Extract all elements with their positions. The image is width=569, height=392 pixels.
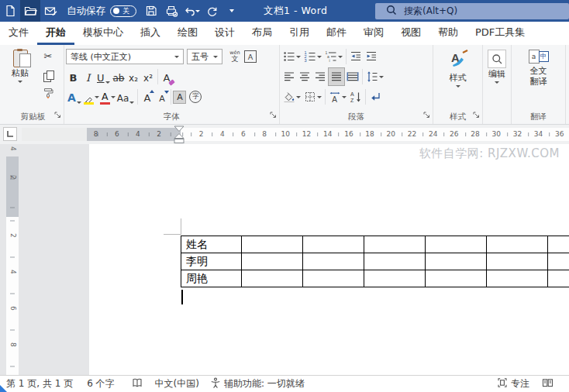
highlight-button[interactable] (83, 88, 95, 106)
tab-stop-selector[interactable] (3, 127, 17, 141)
table-cell[interactable] (303, 236, 364, 253)
copy-button[interactable] (36, 66, 60, 85)
enclose-characters-button[interactable]: 字 (189, 91, 202, 103)
table-cell[interactable] (548, 236, 569, 253)
tab[interactable]: 审阅 (355, 22, 392, 45)
focus-mode-button[interactable]: 专注 (497, 377, 529, 390)
chevron-down-icon[interactable] (77, 101, 81, 104)
table-cell[interactable] (426, 270, 487, 287)
chevron-down-icon[interactable] (296, 96, 301, 98)
chevron-down-icon[interactable] (317, 56, 322, 58)
sort-button[interactable]: AZ (348, 88, 364, 106)
save-button[interactable] (141, 0, 161, 22)
strikethrough-button[interactable]: ab (112, 67, 126, 86)
clipboard-dialog-launcher[interactable] (54, 110, 61, 122)
undo-dropdown-icon[interactable] (195, 10, 200, 12)
shrink-font-button[interactable]: A (154, 88, 169, 106)
decrease-indent-button[interactable] (348, 47, 364, 66)
tab[interactable]: 设计 (206, 22, 243, 45)
text-effects-button[interactable]: A (66, 88, 83, 106)
tab[interactable]: 布局 (243, 22, 281, 45)
table-cell[interactable]: 姓名 (181, 236, 242, 253)
table-cell[interactable] (242, 270, 303, 287)
chevron-down-icon[interactable] (129, 101, 134, 104)
table-cell[interactable] (548, 253, 569, 270)
align-right-button[interactable] (312, 67, 328, 86)
paste-dropdown-icon[interactable] (18, 81, 22, 83)
qat-more-button[interactable] (222, 0, 242, 22)
editing-button[interactable]: 编辑 (485, 46, 509, 111)
tab[interactable]: 插入 (132, 22, 169, 45)
table-cell[interactable] (487, 270, 548, 287)
full-translate-button[interactable]: a 中 全文 翻译 (513, 46, 564, 111)
align-left-button[interactable] (281, 67, 297, 86)
tab[interactable]: 邮件 (318, 22, 355, 45)
character-border-button[interactable]: A (244, 50, 257, 63)
grow-font-button[interactable]: A (140, 88, 154, 106)
tab[interactable]: 视图 (392, 22, 429, 45)
search-box[interactable] (375, 3, 569, 19)
tab[interactable]: 文件 (0, 22, 37, 45)
table-cell[interactable] (487, 236, 548, 253)
numbering-button[interactable]: 123 (302, 47, 323, 66)
tab[interactable]: 绘图 (169, 22, 206, 45)
italic-button[interactable]: I (81, 67, 95, 86)
table-cell[interactable] (364, 253, 426, 270)
table-cell[interactable] (426, 236, 487, 253)
bullets-button[interactable] (281, 47, 302, 66)
subscript-button[interactable]: x₂ (126, 67, 141, 86)
distribute-button[interactable] (345, 67, 360, 86)
tab[interactable]: 开始 (37, 22, 74, 45)
search-input[interactable] (404, 5, 543, 16)
font-name-combo[interactable]: 等线 (中文正文) (66, 49, 184, 64)
table-cell[interactable]: 周艳 (181, 270, 242, 287)
chevron-down-icon[interactable] (317, 96, 322, 98)
table-cell[interactable] (364, 236, 426, 253)
chevron-down-icon[interactable] (105, 81, 110, 84)
table-cell[interactable]: 李明 (181, 253, 242, 270)
autosave-toggle[interactable]: 关 (110, 5, 136, 17)
email-button[interactable] (40, 0, 60, 22)
table-cell[interactable] (242, 253, 303, 270)
character-shading-button[interactable]: A (173, 91, 186, 104)
cut-button[interactable]: ✂ (36, 46, 60, 66)
format-painter-button[interactable] (36, 85, 60, 105)
undo-button[interactable] (181, 0, 202, 22)
styles-dialog-launcher[interactable] (473, 110, 480, 122)
indent-markers[interactable] (174, 126, 184, 144)
chevron-down-icon[interactable] (456, 85, 460, 88)
read-mode-button[interactable] (542, 377, 553, 390)
change-case-button[interactable]: Aa (116, 88, 136, 106)
paste-button[interactable]: 粘贴 (4, 46, 36, 111)
align-center-button[interactable] (297, 67, 312, 86)
chevron-down-icon[interactable] (342, 96, 347, 98)
table-cell[interactable] (303, 270, 364, 287)
font-color-button[interactable]: A (99, 88, 111, 106)
borders-button[interactable] (302, 88, 323, 106)
open-button[interactable] (20, 0, 40, 22)
superscript-button[interactable]: x² (141, 67, 156, 86)
chevron-down-icon[interactable] (296, 56, 301, 58)
tab[interactable]: 引用 (281, 22, 318, 45)
tab[interactable]: 帮助 (429, 22, 467, 45)
table-cell[interactable] (487, 253, 548, 270)
phonetic-guide-button[interactable]: wén 文 (226, 50, 244, 63)
proofing-status[interactable] (132, 377, 143, 390)
chevron-down-icon[interactable] (495, 81, 499, 84)
accessibility-status[interactable]: 辅助功能: 一切就绪 (210, 377, 305, 391)
redo-button[interactable] (202, 0, 222, 22)
clear-formatting-button[interactable]: A (160, 67, 174, 86)
new-document-button[interactable] (0, 0, 20, 22)
table-cell[interactable] (426, 253, 487, 270)
chevron-down-icon[interactable] (379, 76, 384, 78)
font-size-combo[interactable]: 五号 (187, 49, 222, 64)
multilevel-list-button[interactable]: 1ai (323, 47, 344, 66)
styles-button[interactable]: A 样式 (435, 46, 481, 111)
page-indicator[interactable]: 第 1 页, 共 1 页 (6, 377, 73, 390)
autosave-control[interactable]: 自动保存 关 (67, 5, 136, 18)
table-cell[interactable] (364, 270, 426, 287)
increase-indent-button[interactable] (364, 47, 379, 66)
underline-button[interactable]: U (95, 67, 112, 86)
font-dialog-launcher[interactable] (270, 110, 277, 122)
line-spacing-button[interactable] (364, 67, 385, 86)
